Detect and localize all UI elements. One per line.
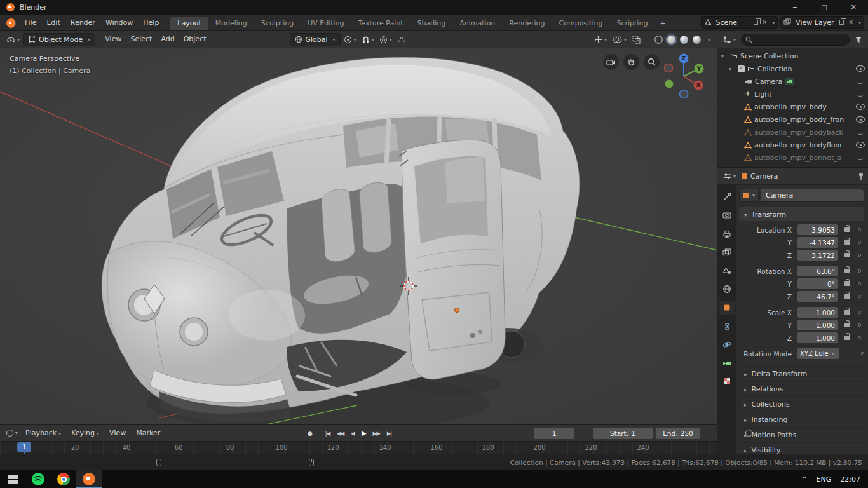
- animate-dot-icon[interactable]: [858, 323, 861, 327]
- item-label[interactable]: autobello_mpv_body_fron: [754, 116, 844, 124]
- overlays-dropdown[interactable]: [611, 34, 628, 45]
- scene-selector[interactable]: Scene ✕: [701, 16, 778, 29]
- rotation-mode-dropdown[interactable]: XYZ Eule: [797, 348, 839, 359]
- item-label[interactable]: Camera: [755, 78, 782, 86]
- panel-expand-icon[interactable]: [744, 416, 747, 424]
- lock-icon[interactable]: [844, 240, 850, 245]
- animate-dot-icon[interactable]: [858, 295, 861, 298]
- tray-expand-icon[interactable]: ^: [801, 475, 807, 484]
- menu-help[interactable]: Help: [138, 15, 164, 30]
- animate-dot-icon[interactable]: [858, 254, 861, 257]
- item-label[interactable]: Scene Collection: [740, 52, 798, 60]
- timeline-ruler[interactable]: 20 40 60 80 100 120 140 160 180 200 220 …: [0, 441, 717, 454]
- tab-view-layer[interactable]: [719, 245, 735, 259]
- panel-relations[interactable]: Relations: [739, 381, 864, 396]
- tab-constraints[interactable]: [719, 319, 735, 333]
- mode-dropdown[interactable]: Object Mode: [23, 33, 95, 46]
- current-frame-field[interactable]: 1: [534, 428, 574, 439]
- tab-shading[interactable]: Shading: [410, 17, 453, 30]
- lock-icon[interactable]: [844, 227, 850, 232]
- tab-rendering[interactable]: Rendering: [502, 17, 552, 30]
- eye-open-icon[interactable]: [856, 115, 865, 124]
- jump-to-start-button[interactable]: |◀: [323, 428, 332, 438]
- tab-scene[interactable]: [719, 264, 735, 278]
- tab-texture-paint[interactable]: Texture Paint: [351, 17, 410, 30]
- outliner-row-mesh[interactable]: autobello_mpv_bodyfloor: [717, 139, 868, 151]
- previous-keyframe-button[interactable]: ◀◀: [334, 428, 346, 438]
- panel-collections[interactable]: Collections: [739, 396, 864, 412]
- taskbar-chrome[interactable]: [51, 470, 76, 488]
- minimize-button[interactable]: ─: [780, 0, 810, 15]
- animate-dot-icon[interactable]: [858, 241, 861, 244]
- item-label[interactable]: autobello_mpv_bodyback: [754, 128, 843, 137]
- eye-open-icon[interactable]: [856, 140, 865, 149]
- view-layer-selector[interactable]: View Layer ✕: [780, 16, 864, 29]
- gizmo-neg-y-axis[interactable]: [665, 80, 674, 88]
- playback-menu[interactable]: Playback: [21, 425, 65, 442]
- tab-render[interactable]: [719, 208, 735, 222]
- lock-icon[interactable]: [844, 253, 850, 257]
- panel-expand-icon[interactable]: [744, 385, 747, 393]
- editor-type-3d-viewport[interactable]: [4, 34, 22, 45]
- panel-expand-icon[interactable]: [744, 370, 747, 378]
- outliner-row-light[interactable]: Light: [717, 88, 868, 100]
- tab-modeling[interactable]: Modeling: [208, 17, 254, 30]
- item-label[interactable]: autobello_mpv_bonnet_a: [754, 154, 842, 162]
- scene-name[interactable]: Scene: [714, 18, 750, 27]
- close-button[interactable]: ✕: [839, 0, 868, 15]
- clock-time[interactable]: 22:07: [840, 475, 860, 484]
- panel-expand-icon[interactable]: [744, 400, 747, 409]
- gizmo-neg-z-axis[interactable]: [680, 90, 688, 98]
- tab-uv-editing[interactable]: UV Editing: [301, 17, 351, 30]
- animate-dot-icon[interactable]: [858, 269, 861, 273]
- item-label[interactable]: Collection: [757, 65, 792, 73]
- outliner-row-mesh[interactable]: autobello_mpv_body_fron: [717, 113, 868, 126]
- camera-view-button[interactable]: [603, 54, 619, 70]
- panel-expand-icon[interactable]: [744, 446, 747, 454]
- animate-dot-icon[interactable]: [858, 311, 861, 314]
- animate-dot-icon[interactable]: [858, 228, 861, 231]
- panel-motion-paths[interactable]: Motion Paths: [739, 427, 864, 442]
- language-indicator[interactable]: ENG: [817, 475, 832, 484]
- falloff-curve-icon[interactable]: [395, 34, 408, 44]
- show-gizmo-dropdown[interactable]: [592, 34, 609, 45]
- item-label[interactable]: autobello_mpv_body: [754, 103, 827, 111]
- eye-open-icon[interactable]: [856, 64, 865, 73]
- object-id-selector[interactable]: [739, 189, 759, 202]
- location-x-field[interactable]: 3.9053: [797, 224, 838, 235]
- eye-closed-icon[interactable]: [856, 153, 865, 162]
- menu-add[interactable]: Add: [156, 31, 179, 48]
- jump-to-end-button[interactable]: ▶|: [384, 428, 394, 438]
- 3d-viewport[interactable]: Camera Perspective (1) Collection | Came…: [0, 48, 717, 424]
- editor-type-timeline[interactable]: [4, 428, 20, 438]
- tab-physics[interactable]: [719, 337, 735, 351]
- rotation-y-field[interactable]: 0°: [797, 278, 838, 289]
- collection-checkbox[interactable]: [738, 65, 745, 72]
- tab-layout[interactable]: Layout: [170, 17, 208, 30]
- start-button[interactable]: [0, 470, 25, 488]
- marker-menu[interactable]: Marker: [132, 425, 165, 441]
- maximize-button[interactable]: □: [810, 0, 839, 15]
- pin-button[interactable]: [858, 172, 864, 180]
- menu-object[interactable]: Object: [179, 31, 211, 48]
- keying-menu[interactable]: Keying: [67, 425, 104, 442]
- editor-type-outliner[interactable]: [721, 34, 738, 45]
- panel-delta-transform[interactable]: Delta Transform: [739, 366, 864, 381]
- new-scene-button[interactable]: [752, 20, 759, 25]
- proportional-editing-dropdown[interactable]: [377, 34, 394, 45]
- tab-compositing[interactable]: Compositing: [552, 17, 610, 30]
- outliner-row-mesh[interactable]: autobello_mpv_bodyback: [717, 126, 868, 139]
- playhead[interactable]: 1: [17, 442, 31, 452]
- play-reverse-button[interactable]: ◀: [348, 428, 357, 438]
- animate-dot-icon[interactable]: [858, 282, 861, 285]
- gizmo-neg-x-axis[interactable]: [665, 64, 673, 72]
- outliner-row-mesh[interactable]: autobello_mpv_body: [717, 100, 868, 113]
- remove-view-layer-button[interactable]: ✕: [847, 19, 855, 25]
- outliner-row-scene-collection[interactable]: ▾ Scene Collection: [717, 50, 868, 62]
- auto-keying-button[interactable]: ●: [305, 428, 315, 438]
- tab-world[interactable]: [719, 282, 735, 296]
- transform-panel-header[interactable]: Transform: [739, 207, 864, 221]
- menu-edit[interactable]: Edit: [41, 15, 65, 30]
- lock-icon[interactable]: [844, 294, 850, 299]
- item-label[interactable]: autobello_mpv_bodyfloor: [754, 141, 843, 149]
